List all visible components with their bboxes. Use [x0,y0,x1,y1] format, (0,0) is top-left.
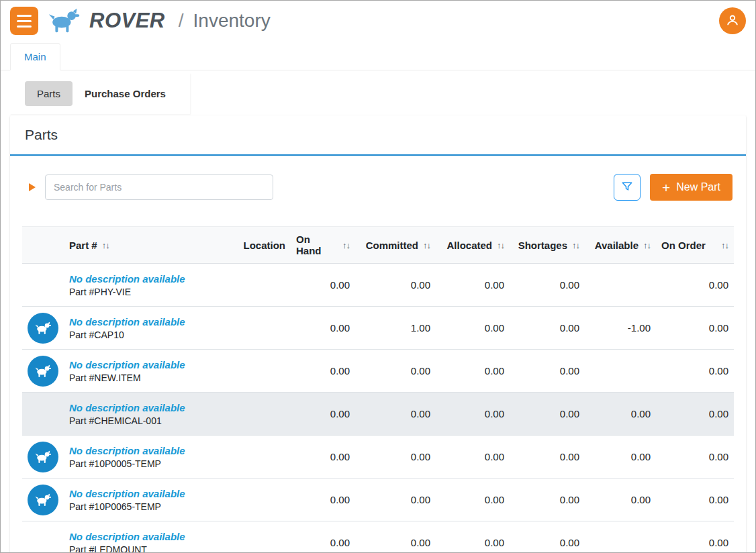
cell-on-hand: 0.00 [291,393,355,436]
brand-title: ROVER [89,9,165,33]
tab-purchase-orders[interactable]: Purchase Orders [73,81,178,106]
parts-toolbar: + New Part [10,156,746,218]
part-dog-icon [28,356,58,387]
tab-parts[interactable]: Parts [25,81,73,106]
cell-allocated: 0.00 [436,264,510,307]
table-row[interactable]: No description available Part #CHEMICAL-… [22,393,734,436]
app-window: ROVER / Inventory Main Parts Purchase Or… [0,0,756,553]
cell-shortages: 0.00 [510,307,585,350]
cell-committed: 1.00 [355,307,436,350]
table-row[interactable]: No description available Part #PHY-VIE 0… [22,264,734,307]
column-header-available[interactable]: Available ↑↓ [585,227,656,264]
cell-allocated: 0.00 [436,307,510,350]
table-row[interactable]: No description available Part #NEW.ITEM … [22,350,734,393]
column-header-location: Location [229,227,291,264]
column-header-shortages[interactable]: Shortages ↑↓ [510,227,585,264]
sort-icon[interactable]: ↑↓ [423,240,430,250]
sort-icon[interactable]: ↑↓ [497,240,504,250]
part-description-link[interactable]: No description available [69,488,185,499]
part-description-link[interactable]: No description available [69,402,185,413]
column-header-icon [22,227,64,264]
cell-committed: 0.00 [355,264,436,307]
cell-on-hand: 0.00 [291,479,355,521]
cell-on-hand: 0.00 [291,521,355,553]
card-title: Parts [10,115,746,156]
part-number: Part #LEDMOUNT [69,544,224,553]
cell-shortages: 0.00 [510,264,585,307]
cell-allocated: 0.00 [436,393,510,436]
table-row[interactable]: No description available Part #CAP10 0.0… [22,307,734,350]
part-number: Part #NEW.ITEM [69,372,224,383]
part-number: Part #CAP10 [69,330,224,340]
page-title: Inventory [193,10,271,32]
cell-location [229,436,291,479]
cell-on-order: 0.00 [656,521,734,553]
hamburger-menu-button[interactable] [10,7,38,35]
cell-location [229,307,291,350]
cell-on-hand: 0.00 [291,436,355,479]
part-dog-icon [28,485,58,515]
cell-shortages: 0.00 [510,436,585,479]
plus-icon: + [662,181,670,195]
cell-on-order: 0.00 [656,264,734,307]
column-header-part[interactable]: Part # ↑↓ [64,227,229,264]
table-row[interactable]: No description available Part #10P0005-T… [22,436,734,479]
cell-allocated: 0.00 [436,436,510,479]
cell-allocated: 0.00 [436,350,510,393]
sort-icon[interactable]: ↑↓ [721,240,728,250]
cell-on-hand: 0.00 [291,264,355,307]
part-description-link[interactable]: No description available [69,316,185,328]
column-header-on-order[interactable]: On Order ↑↓ [656,227,734,264]
cell-location [229,479,291,521]
cell-committed: 0.00 [355,521,436,553]
user-account-button[interactable] [719,7,746,34]
sort-icon[interactable]: ↑↓ [102,240,109,250]
part-description-link[interactable]: No description available [69,273,185,285]
cell-location [229,264,291,307]
cell-shortages: 0.00 [510,479,585,521]
cell-on-order: 0.00 [656,307,734,350]
user-icon [725,13,740,30]
cell-available: 0.00 [585,436,656,479]
cell-available [585,264,656,307]
part-description-link[interactable]: No description available [69,359,185,370]
cell-available: 0.00 [585,393,656,436]
cell-available: 0.00 [585,479,656,521]
cell-committed: 0.00 [355,393,436,436]
table-row[interactable]: No description available Part #LEDMOUNT … [22,521,734,553]
part-number: Part #10P0005-TEMP [69,458,224,469]
cell-available [585,350,656,393]
cell-allocated: 0.00 [436,479,510,521]
cell-on-hand: 0.00 [291,307,355,350]
expand-arrow-icon[interactable] [29,183,36,191]
table-header-row: Part # ↑↓ Location On Hand ↑↓ Committed [22,227,734,264]
table-row[interactable]: No description available Part #10P0065-T… [22,479,734,521]
filter-icon [620,180,634,195]
cell-on-order: 0.00 [656,479,734,521]
part-number: Part #CHEMICAL-001 [69,415,224,426]
cell-location [229,393,291,436]
filter-button[interactable] [614,174,641,201]
cell-shortages: 0.00 [510,393,585,436]
column-header-allocated[interactable]: Allocated ↑↓ [436,227,510,264]
parts-table-wrap: Part # ↑↓ Location On Hand ↑↓ Committed [10,218,746,553]
part-description-link[interactable]: No description available [69,445,185,456]
cell-shortages: 0.00 [510,350,585,393]
part-dog-icon [28,313,58,344]
part-description-link[interactable]: No description available [69,531,185,542]
new-part-button[interactable]: + New Part [650,174,733,201]
rover-dog-logo-icon [45,7,83,35]
sort-icon[interactable]: ↑↓ [643,240,651,250]
column-header-committed[interactable]: Committed ↑↓ [355,227,436,264]
search-input[interactable] [45,174,273,200]
subtab-strip: Parts Purchase Orders [10,73,190,114]
cell-committed: 0.00 [355,436,436,479]
part-number: Part #10P0065-TEMP [69,501,224,512]
column-header-on-hand[interactable]: On Hand ↑↓ [291,227,355,264]
tab-main[interactable]: Main [10,43,60,70]
sort-icon[interactable]: ↑↓ [342,240,350,250]
cell-on-order: 0.00 [656,350,734,393]
cell-on-order: 0.00 [656,436,734,479]
cell-available [585,521,656,553]
sort-icon[interactable]: ↑↓ [572,240,579,250]
